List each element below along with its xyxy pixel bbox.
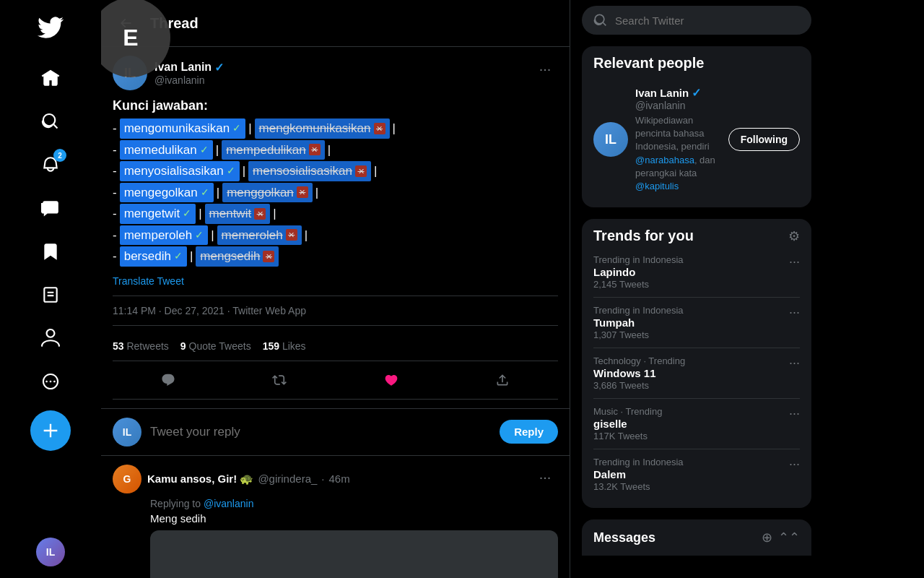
trends-header: Trends for you ⚙ — [593, 228, 800, 244]
thread-header: Thread — [101, 0, 570, 47]
main-tweet-card: IL E Ivan Lanin ✓ @ivanlanin ··· Kunc — [101, 47, 570, 409]
sidebar-item-messages[interactable] — [30, 188, 71, 228]
tweet-author-avatar[interactable]: IL — [113, 56, 147, 90]
trend-category-giselle: Music · Trending — [593, 406, 662, 417]
translate-tweet-link[interactable]: Translate Tweet — [113, 275, 558, 287]
thread-title: Thread — [150, 15, 199, 32]
follow-handle: @ivanlanin — [635, 100, 721, 111]
trends-card: Trends for you ⚙ Trending in Indonesia L… — [582, 219, 811, 508]
follow-avatar-ivanlanin[interactable]: IL — [593, 122, 628, 157]
trend-count-dalem: 13.2K Tweets — [593, 481, 684, 492]
reply-tweet-girindera: G Kamu ansos, Gir! 🐢 @girindera_ · 46m ·… — [101, 456, 570, 579]
follow-bio: Wikipediawan pencinta bahasa Indonesia, … — [635, 114, 721, 193]
messages-bar[interactable]: Messages ⊕ ⌃⌃ — [582, 519, 811, 556]
trend-item-lapindo[interactable]: Trending in Indonesia Lapindo 2,145 Twee… — [593, 247, 800, 298]
trend-more-windows11[interactable]: ··· — [789, 355, 800, 371]
share-action-button[interactable] — [489, 367, 515, 393]
trend-name-dalem: Dalem — [593, 468, 684, 480]
reply-submit-button[interactable]: Reply — [500, 420, 558, 444]
notification-count: 2 — [53, 149, 66, 162]
sidebar-item-notifications[interactable]: 2 — [30, 144, 71, 185]
follow-display-name[interactable]: Ivan Lanin ✓ — [635, 86, 721, 100]
tweet-handle: @ivanlanin — [154, 74, 224, 86]
reply-box: IL Reply — [101, 409, 570, 456]
likes-count[interactable]: 159 Likes — [263, 340, 306, 352]
retweet-action-button[interactable] — [266, 367, 292, 393]
new-message-icon[interactable]: ⊕ — [762, 530, 772, 545]
trend-category-dalem: Trending in Indonesia — [593, 457, 684, 467]
following-button[interactable]: Following — [728, 128, 800, 151]
trend-row-giselle: Music · Trending giselle 117K Tweets ··· — [593, 406, 800, 441]
trend-more-giselle[interactable]: ··· — [789, 406, 800, 421]
reply-tweet-header: G Kamu ansos, Gir! 🐢 @girindera_ · 46m ·… — [113, 465, 558, 493]
reply-input[interactable] — [150, 425, 491, 439]
twitter-logo[interactable] — [29, 6, 72, 52]
sidebar-item-profile[interactable] — [30, 318, 71, 358]
tweet-content: Kunci jawaban: - mengomunikasikan ✓ | me… — [113, 96, 558, 267]
reply-time-ago: 46m — [328, 473, 349, 485]
tweet-more-button[interactable]: ··· — [532, 56, 558, 82]
relevant-people-card: Relevant people IL Ivan Lanin ✓ @ivanlan… — [582, 46, 811, 207]
reply-author-avatar[interactable]: G — [113, 465, 141, 493]
tweet-meta: 11:14 PM · Dec 27, 2021 · Twitter Web Ap… — [113, 296, 558, 326]
sidebar-item-home[interactable] — [30, 58, 71, 98]
trend-category-windows11: Technology · Trending — [593, 355, 685, 366]
like-action-button[interactable] — [378, 367, 404, 393]
quote-tweet-count[interactable]: 9 Quote Tweets — [180, 340, 251, 352]
reply-more-button[interactable]: ··· — [532, 465, 558, 491]
replying-to-handle[interactable]: @ivanlanin — [204, 498, 253, 509]
tweet-intro: Kunci jawaban: — [113, 96, 558, 116]
word-line-6: - memperoleh ✓ | memeroleh ✕ | — [113, 225, 558, 246]
reply-display-name[interactable]: Kamu ansos, Gir! 🐢 — [147, 473, 253, 486]
follow-item-ivanlanin: IL Ivan Lanin ✓ @ivanlanin Wikipediawan … — [593, 80, 800, 199]
verified-badge: ✓ — [214, 61, 224, 74]
tweet-actions — [113, 361, 558, 400]
reply-action-button[interactable] — [155, 367, 181, 393]
trend-more-lapindo[interactable]: ··· — [789, 254, 800, 269]
right-sidebar: Relevant people IL Ivan Lanin ✓ @ivanlan… — [570, 0, 823, 578]
kapitulis-link[interactable]: @kapitulis — [635, 181, 679, 191]
tweet-name-block: Ivan Lanin ✓ @ivanlanin — [154, 61, 224, 86]
trend-row-windows11: Technology · Trending Windows 11 3,686 T… — [593, 355, 800, 391]
word-line-2: - memedulikan ✓ | mempedulikan ✕ | — [113, 140, 558, 160]
trend-more-tumpah[interactable]: ··· — [789, 305, 800, 320]
user-avatar-bottom[interactable]: IL — [36, 538, 65, 566]
trend-count-giselle: 117K Tweets — [593, 431, 662, 441]
left-sidebar: 2 IL — [0, 0, 101, 578]
trend-name-windows11: Windows 11 — [593, 367, 685, 379]
back-button[interactable] — [113, 10, 139, 36]
messages-expand-icon[interactable]: ⌃⌃ — [778, 530, 800, 545]
compose-tweet-button[interactable] — [30, 410, 71, 451]
trend-more-dalem[interactable]: ··· — [789, 457, 800, 472]
tweet-display-name[interactable]: Ivan Lanin ✓ — [154, 61, 224, 74]
word-line-4: - mengegolkan ✓ | menggolkan ✕ | — [113, 183, 558, 203]
word-line-7: - bersedih ✓ | mengsedih ✕ — [113, 246, 558, 267]
sidebar-item-bookmarks[interactable] — [30, 231, 71, 272]
sidebar-item-explore[interactable] — [30, 101, 71, 142]
trend-count-windows11: 3,686 Tweets — [593, 380, 685, 391]
trends-settings-icon[interactable]: ⚙ — [788, 228, 800, 244]
retweet-count[interactable]: 53 Retweets — [113, 340, 169, 352]
messages-actions: ⊕ ⌃⌃ — [762, 530, 800, 545]
trend-item-giselle[interactable]: Music · Trending giselle 117K Tweets ··· — [593, 399, 800, 449]
tweet-stats: 53 Retweets 9 Quote Tweets 159 Likes — [113, 332, 558, 361]
word-line-1: - mengomunikasikan ✓ | mengkomunikasikan… — [113, 118, 558, 139]
reply-time: · — [321, 473, 324, 485]
thread-main: Thread IL E Ivan Lanin ✓ @ivanl — [101, 0, 570, 578]
sidebar-item-more[interactable] — [30, 361, 71, 402]
search-input[interactable] — [615, 14, 800, 27]
trend-row-lapindo: Trending in Indonesia Lapindo 2,145 Twee… — [593, 254, 800, 290]
trend-item-dalem[interactable]: Trending in Indonesia Dalem 13.2K Tweets… — [593, 449, 800, 499]
trend-row-tumpah: Trending in Indonesia Tumpah 1,307 Tweet… — [593, 305, 800, 340]
tweet-avatar-wrapper[interactable]: IL E — [113, 56, 147, 90]
trend-item-tumpah[interactable]: Trending in Indonesia Tumpah 1,307 Tweet… — [593, 298, 800, 348]
reply-name-row: Kamu ansos, Gir! 🐢 @girindera_ · 46m — [147, 473, 350, 486]
search-box[interactable] — [582, 6, 811, 35]
reply-author-info: G Kamu ansos, Gir! 🐢 @girindera_ · 46m — [113, 465, 350, 493]
sidebar-item-lists[interactable] — [30, 275, 71, 315]
word-line-5: - mengetwit ✓ | mentwit ✕ | — [113, 204, 558, 224]
trend-item-windows11[interactable]: Technology · Trending Windows 11 3,686 T… — [593, 348, 800, 399]
narabahasa-link[interactable]: @narabahasa — [635, 155, 694, 165]
trend-row-dalem: Trending in Indonesia Dalem 13.2K Tweets… — [593, 457, 800, 492]
trend-count-tumpah: 1,307 Tweets — [593, 329, 684, 340]
